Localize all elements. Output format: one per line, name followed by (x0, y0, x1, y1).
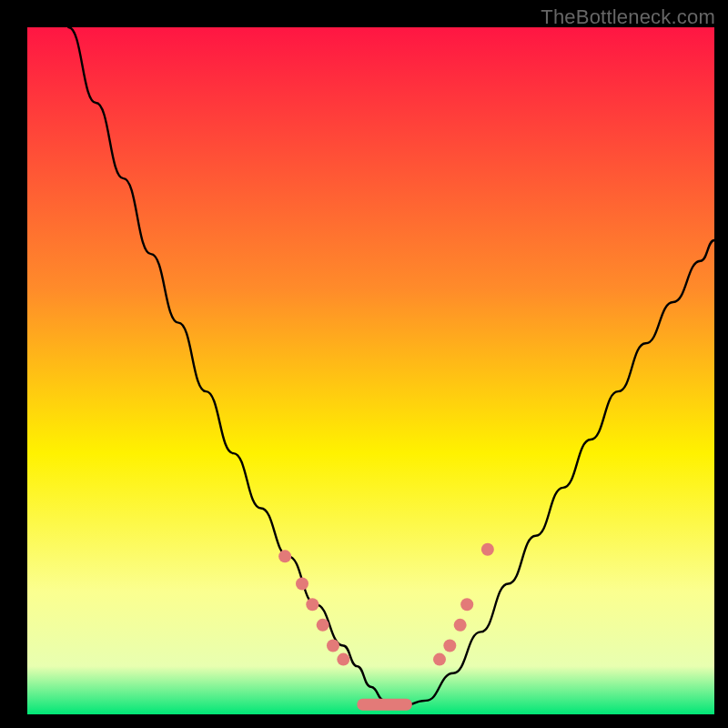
right-dot-3 (454, 619, 467, 632)
chart-svg (27, 27, 714, 714)
left-dot-3 (306, 598, 318, 611)
left-dot-1 (278, 550, 291, 562)
bottom-flat-marker (357, 699, 411, 711)
gradient-background (27, 27, 714, 714)
right-dot-5 (481, 543, 494, 556)
left-dot-2 (296, 578, 308, 591)
left-dot-4 (317, 619, 329, 632)
right-dot-1 (433, 653, 446, 666)
watermark-text: TheBottleneck.com (541, 5, 715, 29)
right-dot-4 (460, 598, 473, 611)
outer-frame: TheBottleneck.com (0, 0, 728, 728)
left-dot-6 (337, 653, 349, 666)
left-dot-5 (327, 640, 339, 652)
plot-area (27, 27, 714, 714)
right-dot-2 (443, 640, 456, 652)
